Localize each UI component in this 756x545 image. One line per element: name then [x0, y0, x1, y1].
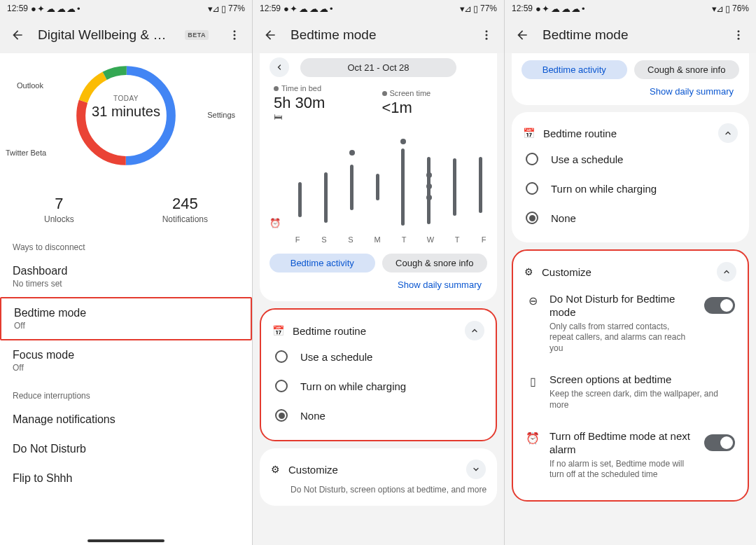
customize-subtitle: Do Not Disturb, screen options at bedtim…	[290, 485, 487, 496]
status-time: 12:59	[7, 4, 28, 13]
collapse-icon[interactable]	[465, 321, 484, 340]
content-area: Bedtime activity Cough & snore info Show…	[505, 53, 756, 545]
status-battery: 77%	[228, 4, 245, 13]
stat-unlocks[interactable]: 7Unlocks	[44, 195, 74, 224]
svg-point-11	[738, 34, 740, 36]
day-label: W	[421, 235, 440, 244]
activity-card: Oct 21 - Oct 28 Time in bed5h 30m🛏 Scree…	[260, 53, 497, 301]
item-do-not-disturb[interactable]: Do Not Disturb	[0, 434, 252, 464]
option-use-schedule[interactable]: Use a schedule	[271, 342, 486, 371]
back-icon[interactable]	[514, 27, 530, 43]
bedtime-strip-chart	[288, 126, 493, 231]
calendar-icon: 📅	[272, 325, 284, 336]
back-icon[interactable]	[10, 27, 25, 43]
section-ways-to-disconnect: Ways to disconnect	[0, 233, 252, 256]
nav-pill[interactable]	[88, 539, 164, 542]
svg-point-12	[738, 38, 740, 40]
chip-cough-snore[interactable]: Cough & snore info	[634, 60, 740, 79]
bedtime-routine-title: Bedtime routine	[543, 127, 710, 139]
svg-point-8	[486, 34, 488, 36]
toggle-alarm-off[interactable]	[704, 434, 735, 451]
app-header: Bedtime mode	[505, 17, 756, 53]
expand-icon[interactable]	[466, 460, 486, 479]
beta-badge: BETA	[185, 30, 209, 40]
dnd-icon: ⊖	[526, 294, 540, 308]
date-range-pill[interactable]: Oct 21 - Oct 28	[300, 58, 456, 77]
status-right-icons: ▾⊿ ▯	[712, 4, 729, 14]
day-label: F	[474, 235, 493, 244]
stats-row: 7Unlocks 245Notifications	[0, 195, 252, 224]
day-label: T	[394, 235, 414, 244]
option-use-schedule[interactable]: Use a schedule	[522, 144, 739, 174]
item-manage-notifications[interactable]: Manage notifications	[0, 405, 252, 434]
row-turn-off-at-alarm[interactable]: ⏰ Turn off Bedtime mode at next alarmIf …	[523, 420, 738, 490]
item-flip-to-shhh[interactable]: Flip to Shhh	[0, 464, 252, 493]
collapse-icon[interactable]	[718, 123, 738, 143]
link-show-daily-summary[interactable]: Show daily summary	[270, 272, 487, 291]
svg-point-0	[234, 30, 236, 32]
status-time: 12:59	[512, 4, 533, 13]
row-dnd-for-bedtime[interactable]: ⊖ Do Not Disturb for Bedtime modeOnly ca…	[523, 283, 738, 364]
chip-bedtime-activity[interactable]: Bedtime activity	[270, 254, 375, 272]
status-bar: 12:59● ✦ ☁ ☁ ☁ • ▾⊿ ▯77%	[253, 0, 504, 17]
option-while-charging[interactable]: Turn on while charging	[271, 371, 486, 401]
bedtime-routine-card: 📅 Bedtime routine Use a schedule Turn on…	[260, 308, 497, 441]
customize-card-collapsed[interactable]: ⚙ Customize Do Not Disturb, screen optio…	[260, 448, 497, 506]
toggle-dnd[interactable]	[704, 297, 735, 314]
customize-title: Customize	[542, 266, 708, 278]
option-none[interactable]: None	[271, 401, 486, 430]
legend-time-in-bed: Time in bed	[281, 84, 321, 92]
bed-icon: 🛏	[274, 112, 375, 122]
customize-card-expanded: ⚙ Customize ⊖ Do Not Disturb for Bedtime…	[512, 249, 749, 502]
day-label: S	[341, 235, 360, 244]
chip-cough-snore[interactable]: Cough & snore info	[382, 254, 488, 272]
status-right-icons: ▾⊿ ▯	[208, 4, 225, 14]
collapse-icon[interactable]	[717, 262, 736, 282]
option-none[interactable]: None	[522, 203, 739, 233]
activity-card-bottom: Bedtime activity Cough & snore info Show…	[512, 53, 749, 105]
page-title: Bedtime mode	[290, 27, 466, 43]
more-icon[interactable]	[731, 27, 746, 43]
donut-today-label: TODAY	[0, 95, 252, 102]
phone-icon: ▯	[526, 375, 540, 388]
svg-point-10	[738, 30, 740, 32]
usage-donut-chart[interactable]: TODAY 31 minutes Outlook Settings Twitte…	[0, 56, 252, 175]
customize-title: Customize	[288, 464, 458, 476]
back-icon[interactable]	[262, 27, 278, 43]
bedtime-routine-card: 📅 Bedtime routine Use a schedule Turn on…	[512, 112, 749, 242]
svg-point-7	[486, 30, 488, 32]
content-area: Oct 21 - Oct 28 Time in bed5h 30m🛏 Scree…	[253, 53, 504, 545]
chip-bedtime-activity[interactable]: Bedtime activity	[522, 60, 627, 79]
donut-label-settings: Settings	[207, 111, 235, 119]
day-label: T	[447, 235, 467, 244]
more-icon[interactable]	[227, 27, 242, 43]
option-while-charging[interactable]: Turn on while charging	[522, 174, 739, 203]
svg-point-2	[234, 38, 236, 40]
more-icon[interactable]	[479, 27, 494, 43]
item-bedtime-mode[interactable]: Bedtime modeOff	[0, 297, 252, 340]
alarm-icon: ⏰	[270, 218, 281, 244]
screen-bedtime-mode-overview: 12:59● ✦ ☁ ☁ ☁ • ▾⊿ ▯77% Bedtime mode Oc…	[252, 0, 504, 545]
page-title: Digital Wellbeing & pare…	[38, 27, 172, 43]
item-dashboard[interactable]: DashboardNo timers set	[0, 256, 252, 297]
day-label: M	[368, 235, 387, 244]
svg-point-9	[486, 38, 488, 40]
donut-label-outlook: Outlook	[17, 81, 43, 90]
donut-label-twitter: Twitter Beta	[6, 149, 46, 157]
row-screen-options[interactable]: ▯ Screen options at bedtimeKeep the scre…	[523, 364, 738, 420]
link-show-daily-summary[interactable]: Show daily summary	[522, 79, 739, 98]
day-label: F	[288, 235, 307, 244]
section-reduce-interruptions: Reduce interruptions	[0, 381, 252, 405]
item-focus-mode[interactable]: Focus modeOff	[0, 340, 252, 381]
status-left-icons: ● ✦ ☁ ☁ ☁ •	[536, 4, 584, 14]
value-screen-time: <1m	[382, 99, 484, 117]
app-header: Digital Wellbeing & pare… BETA	[0, 17, 252, 53]
status-battery: 77%	[480, 4, 497, 13]
prev-week-button[interactable]	[270, 57, 289, 77]
status-right-icons: ▾⊿ ▯	[460, 4, 477, 14]
gear-icon: ⚙	[524, 266, 533, 277]
day-label: S	[314, 235, 334, 244]
screen-bedtime-mode-customize: 12:59● ✦ ☁ ☁ ☁ • ▾⊿ ▯76% Bedtime mode Be…	[504, 0, 756, 545]
gear-icon: ⚙	[271, 464, 280, 475]
stat-notifications[interactable]: 245Notifications	[162, 195, 208, 224]
